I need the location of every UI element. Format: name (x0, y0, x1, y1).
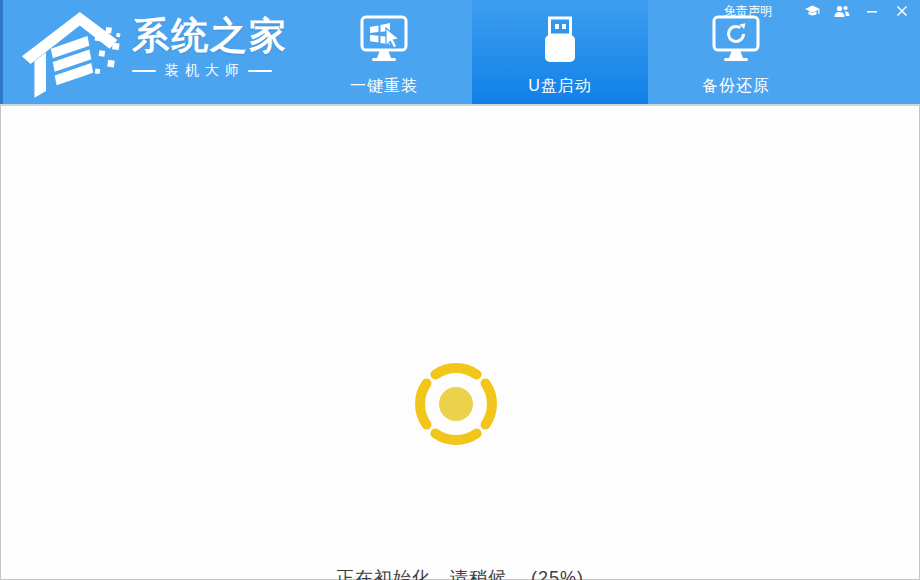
logo-text: 系统之家 装机大师 (132, 16, 288, 80)
subtitle-right-line (248, 70, 272, 72)
status-text: 正在初始化，请稍候... (25%) (1, 566, 919, 580)
nav-tabs: 一键重装 U盘启动 (296, 0, 824, 104)
app-header: 系统之家 装机大师 免责声明 (0, 0, 920, 104)
tab-one-click-reinstall[interactable]: 一键重装 (296, 0, 472, 104)
logo-title: 系统之家 (132, 16, 288, 57)
usb-drive-icon (531, 15, 589, 71)
tab-label: 一键重装 (350, 76, 418, 97)
app-logo: 系统之家 装机大师 (20, 6, 288, 102)
monitor-restore-icon (707, 15, 765, 71)
users-icon[interactable] (834, 3, 850, 19)
app-window: 系统之家 装机大师 免责声明 (0, 0, 920, 580)
tab-backup-restore[interactable]: 备份还原 (648, 0, 824, 104)
subtitle-left-line (132, 70, 156, 72)
close-icon[interactable] (894, 3, 910, 19)
logo-subtitle: 装机大师 (165, 62, 245, 80)
tab-label: U盘启动 (528, 76, 592, 97)
minimize-icon[interactable] (864, 3, 880, 19)
yellow-spinner-icon (406, 354, 506, 454)
tab-label: 备份还原 (702, 76, 770, 97)
main-content: 正在初始化，请稍候... (25%) (0, 104, 920, 580)
monitor-windows-cursor-icon (355, 15, 413, 71)
logo-subtitle-row: 装机大师 (132, 62, 272, 80)
tab-usb-boot[interactable]: U盘启动 (472, 0, 648, 104)
house-pixels-icon (20, 6, 126, 102)
